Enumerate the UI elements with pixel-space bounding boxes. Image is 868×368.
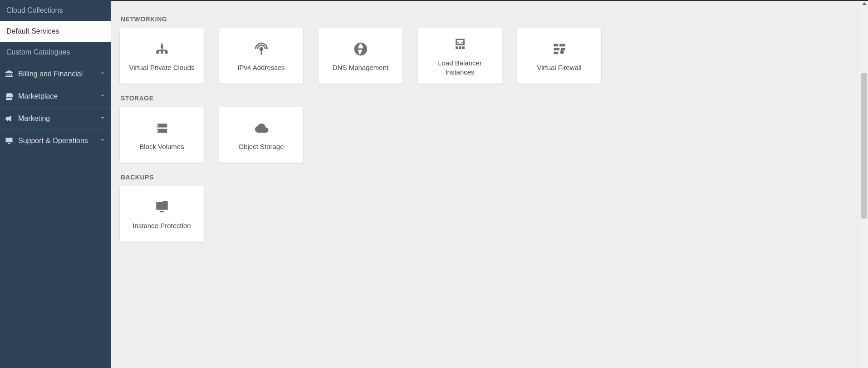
store-icon [5, 92, 14, 101]
sidebar-label: Support & Operations [18, 137, 94, 145]
section-title-networking: NETWORKING [121, 15, 859, 23]
bank-icon [5, 70, 14, 79]
sidebar-label: Billing and Financial [18, 70, 94, 78]
monitorshield-icon [154, 198, 170, 217]
cards-storage: Block Volumes Object Storage [120, 107, 859, 163]
sidebar-item-marketplace[interactable]: Marketplace [0, 85, 111, 107]
cards-backups: Instance Protection [120, 186, 859, 242]
firewall-icon [552, 40, 567, 59]
sidebar-group-list: Billing and Financial Marketplace Market [0, 63, 111, 152]
monitor-icon [5, 136, 14, 145]
globe-icon [353, 40, 368, 59]
sidebar-item-marketing[interactable]: Marketing [0, 107, 111, 129]
loadbalancer-icon [452, 35, 468, 54]
network-icon [154, 40, 170, 59]
chevron-down-icon [99, 92, 106, 101]
card-label: Object Storage [238, 142, 284, 151]
card-label: Load Balancer Instances [422, 59, 497, 77]
cards-networking: Virtual Private Clouds IPv4 Addresses DN… [120, 28, 859, 84]
card-load-balancer[interactable]: Load Balancer Instances [418, 28, 502, 84]
sidebar-sub-cloud-collections[interactable]: Cloud Collections [0, 0, 111, 21]
card-label: DNS Management [333, 63, 388, 72]
sidebar-item-support[interactable]: Support & Operations [0, 129, 111, 152]
sidebar-sub-default-services[interactable]: Default Services [0, 21, 111, 42]
card-virtual-private-clouds[interactable]: Virtual Private Clouds [120, 28, 204, 84]
broadcast-icon [254, 40, 269, 59]
card-label: Block Volumes [139, 142, 184, 151]
scroll-track[interactable] [860, 5, 868, 368]
card-label: Virtual Firewall [537, 63, 581, 72]
card-virtual-firewall[interactable]: Virtual Firewall [517, 28, 601, 84]
card-label: Instance Protection [132, 221, 191, 230]
card-instance-protection[interactable]: Instance Protection [120, 186, 204, 242]
card-ipv4-addresses[interactable]: IPv4 Addresses [219, 28, 303, 84]
card-object-storage[interactable]: Object Storage [219, 107, 303, 163]
app-root: Cloud Collections Default Services Custo… [0, 0, 868, 368]
cloudbox-icon [254, 119, 269, 138]
section-title-backups: BACKUPS [121, 174, 859, 181]
sidebar: Cloud Collections Default Services Custo… [0, 0, 111, 368]
scroll-thumb[interactable] [861, 73, 867, 219]
section-title-storage: STORAGE [121, 94, 859, 102]
sidebar-label: Marketing [18, 114, 94, 123]
card-label: IPv4 Addresses [237, 63, 284, 72]
chevron-down-icon [99, 70, 106, 79]
scrollbar[interactable] [860, 1, 868, 368]
chevron-down-icon [99, 136, 106, 145]
sidebar-label: Marketplace [18, 92, 94, 100]
main-content: NETWORKING Virtual Private Clouds IPv4 A… [111, 0, 868, 368]
disks-icon [154, 119, 170, 138]
card-dns-management[interactable]: DNS Management [319, 28, 402, 84]
card-label: Virtual Private Clouds [129, 63, 195, 72]
sidebar-item-billing[interactable]: Billing and Financial [0, 63, 111, 85]
sidebar-sub-custom-catalogues[interactable]: Custom Catalogues [0, 42, 111, 63]
chevron-down-icon [99, 114, 106, 123]
megaphone-icon [5, 114, 14, 123]
card-block-volumes[interactable]: Block Volumes [120, 107, 204, 163]
